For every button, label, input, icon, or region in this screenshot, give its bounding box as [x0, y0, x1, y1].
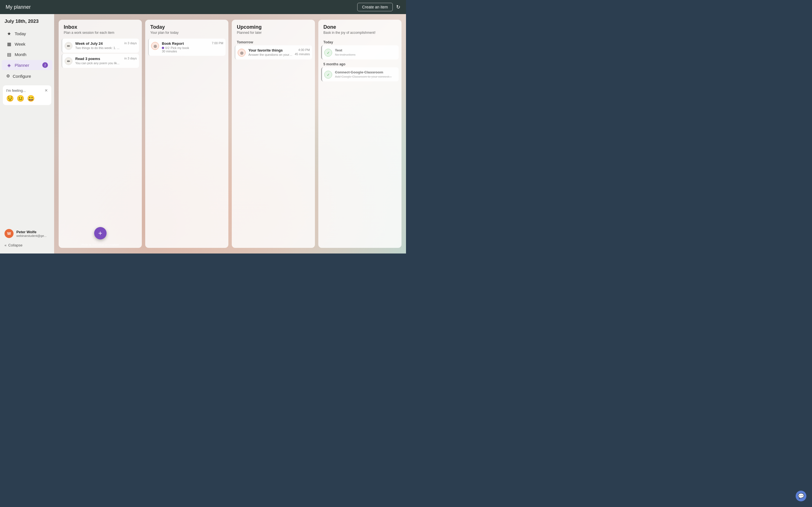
task-item[interactable]: ◎ Book Report 7:00 PM 0/2 Pick my book — [148, 39, 225, 56]
task-desc: No instructions — [335, 53, 396, 56]
add-item-fab[interactable]: + — [94, 227, 107, 239]
user-name: Peter Wolfe — [16, 230, 47, 234]
task-title: Week of July 24 — [75, 41, 103, 46]
task-title: Book Report — [162, 41, 184, 46]
upcoming-column: Upcoming Planned for later Tomorrow ◎ Yo… — [232, 20, 315, 248]
emoji-sad[interactable]: 😟 — [6, 95, 14, 102]
task-icon: ✓ — [324, 49, 332, 57]
task-desc: You can pick any poem you lik... — [75, 61, 137, 65]
task-item[interactable]: ✓ Test No instructions — [321, 45, 399, 59]
done-body: Today ✓ Test No instructions 5 months ag… — [318, 38, 402, 248]
task-desc: Answer the questions on your 5... — [248, 53, 292, 56]
topbar: My planner Create an item ↻ — [0, 0, 406, 14]
upcoming-title: Upcoming — [237, 24, 310, 30]
section-label-tomorrow: Tomorrow — [235, 39, 312, 45]
task-title: Connect Google Classroom — [335, 70, 383, 74]
done-title: Done — [323, 24, 396, 30]
today-title: Today — [150, 24, 223, 30]
configure-label: Configure — [13, 74, 31, 78]
columns: Inbox Plan a work session for each item … — [54, 14, 406, 253]
task-desc: Two things to do this week: 1. ... — [75, 46, 137, 50]
app-title: My planner — [6, 4, 31, 10]
sidebar-label-planner: Planner — [15, 63, 29, 68]
feeling-header: I'm feeling... ✕ — [6, 88, 48, 93]
task-content: Your favorite things 4:00 PM Answer the … — [248, 48, 310, 56]
today-column: Today Your plan for today ◎ Book Report … — [145, 20, 229, 248]
sidebar-label-month: Month — [15, 52, 27, 57]
user-profile[interactable]: W Peter Wolfe webinarstudent@ge... — [0, 226, 54, 241]
inbox-body: ✏ Week of July 24 in 3 days Two things t… — [59, 38, 142, 248]
task-header-row: Book Report 7:00 PM — [162, 41, 223, 46]
task-icon: ◎ — [151, 42, 159, 50]
topbar-actions: Create an item ↻ — [357, 3, 400, 11]
task-icon: ✏ — [64, 42, 72, 50]
done-subtitle: Bask in the joy of accomplishment! — [323, 31, 396, 35]
section-label-5months: 5 months ago — [321, 61, 399, 67]
star-icon: ★ — [6, 31, 12, 36]
emoji-neutral[interactable]: 😐 — [17, 95, 24, 102]
inbox-subtitle: Plan a work session for each item — [64, 31, 137, 35]
feeling-title: I'm feeling... — [6, 89, 26, 93]
avatar: W — [4, 229, 13, 238]
collapse-button[interactable]: « Collapse — [0, 241, 54, 249]
feeling-close-button[interactable]: ✕ — [45, 88, 48, 93]
task-desc: Add Google Classroom to your connect... — [335, 75, 396, 78]
feeling-emojis: 😟 😐 😀 — [6, 95, 48, 102]
user-info: Peter Wolfe webinarstudent@ge... — [16, 230, 47, 237]
task-title: Test — [335, 48, 342, 52]
task-title: Read 3 poems — [75, 57, 100, 61]
task-content: Connect Google Classroom Add Google Clas… — [335, 70, 396, 78]
section-label-today: Today — [321, 39, 399, 45]
inbox-header: Inbox Plan a work session for each item — [59, 20, 142, 38]
task-item[interactable]: ✏ Week of July 24 in 3 days Two things t… — [61, 39, 139, 53]
task-header-row: Connect Google Classroom — [335, 70, 396, 74]
sidebar: July 18th, 2023 ★ Today ▦ Week ▤ Month ◈… — [0, 14, 54, 253]
task-content: Week of July 24 in 3 days Two things to … — [75, 41, 137, 50]
upcoming-subtitle: Planned for later — [237, 31, 310, 35]
progress-dot — [162, 47, 164, 49]
calendar-icon: ▤ — [6, 52, 12, 57]
sidebar-date: July 18th, 2023 — [0, 18, 54, 29]
grid-icon: ▦ — [6, 41, 12, 47]
done-column: Done Bask in the joy of accomplishment! … — [318, 20, 402, 248]
task-header-row: Test — [335, 48, 396, 52]
emoji-happy[interactable]: 😀 — [27, 95, 35, 102]
done-header: Done Bask in the joy of accomplishment! — [318, 20, 402, 38]
sidebar-nav: ★ Today ▦ Week ▤ Month ◈ Planner 2 — [0, 29, 54, 70]
upcoming-header: Upcoming Planned for later — [232, 20, 315, 38]
create-item-button[interactable]: Create an item — [357, 3, 393, 11]
chevron-left-icon: « — [4, 243, 6, 247]
sidebar-item-planner[interactable]: ◈ Planner 2 — [2, 60, 52, 70]
task-header-row: Week of July 24 in 3 days — [75, 41, 137, 46]
task-item[interactable]: ✓ Connect Google Classroom Add Google Cl… — [321, 67, 399, 81]
planner-badge: 2 — [42, 62, 48, 68]
inbox-column: Inbox Plan a work session for each item … — [59, 20, 142, 248]
task-icon: ✓ — [324, 71, 332, 78]
task-title: Your favorite things — [248, 48, 283, 52]
sidebar-configure[interactable]: ⚙ Configure — [2, 71, 52, 81]
task-meta: in 3 days — [124, 41, 137, 45]
photo-credit: Photo by Sora Khan on Unsplash — [82, 243, 119, 246]
task-item[interactable]: ◎ Your favorite things 4:00 PM Answer th… — [235, 45, 312, 59]
refresh-icon[interactable]: ↻ — [396, 4, 400, 10]
task-content: Test No instructions — [335, 48, 396, 56]
sidebar-label-today: Today — [15, 31, 26, 36]
task-desc: Pick my book — [170, 46, 189, 50]
task-icon: ◎ — [238, 49, 246, 57]
sidebar-item-today[interactable]: ★ Today — [2, 29, 52, 39]
task-content: Book Report 7:00 PM 0/2 Pick my book 30 … — [162, 41, 223, 53]
task-desc-row: Answer the questions on your 5... 45 min… — [248, 52, 310, 56]
task-duration: 45 minutes — [295, 52, 310, 56]
task-item[interactable]: ✏ Read 3 poems in 3 days You can pick an… — [61, 54, 139, 68]
task-meta: in 3 days — [124, 57, 137, 60]
collapse-label: Collapse — [8, 243, 22, 247]
today-subtitle: Your plan for today — [150, 31, 223, 35]
content-area: Inbox Plan a work session for each item … — [54, 14, 406, 253]
task-duration: 30 minutes — [162, 50, 223, 53]
sidebar-label-week: Week — [15, 42, 26, 47]
task-content: Read 3 poems in 3 days You can pick any … — [75, 57, 137, 65]
sidebar-item-month[interactable]: ▤ Month — [2, 50, 52, 59]
sidebar-item-week[interactable]: ▦ Week — [2, 39, 52, 49]
gear-icon: ⚙ — [6, 73, 10, 78]
task-header-row: Your favorite things 4:00 PM — [248, 48, 310, 52]
